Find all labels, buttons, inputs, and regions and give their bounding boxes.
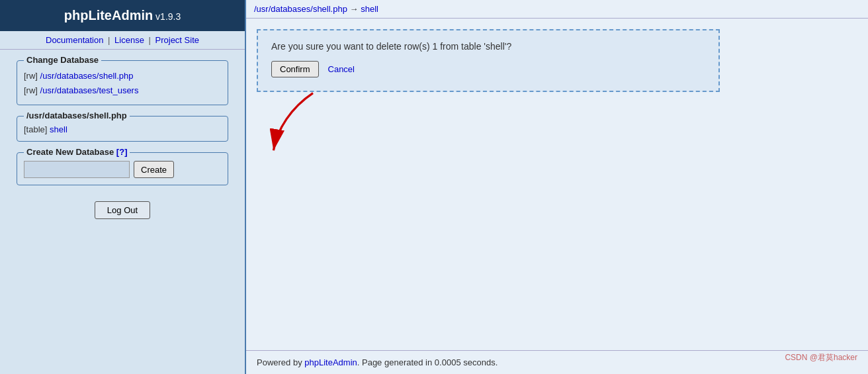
main-content: /usr/databases/shell.php → shell Are you… bbox=[245, 0, 868, 374]
sidebar: phpLiteAdmin v1.9.3 Documentation | Lice… bbox=[0, 0, 245, 374]
breadcrumb-table-link[interactable]: shell bbox=[361, 4, 378, 14]
change-db-legend: Change Database bbox=[24, 55, 101, 65]
confirm-button[interactable]: Confirm bbox=[271, 61, 319, 77]
logout-button[interactable]: Log Out bbox=[95, 201, 150, 219]
table-prefix: [table] bbox=[24, 124, 47, 134]
license-link[interactable]: License bbox=[114, 35, 144, 45]
db-entry-1-link[interactable]: /usr/databases/shell.php bbox=[40, 71, 134, 81]
content-area: Are you sure you want to delete row(s) 1… bbox=[246, 19, 868, 350]
powered-by-text: Powered by bbox=[257, 357, 304, 367]
db-list: [rw] /usr/databases/shell.php [rw] /usr/… bbox=[24, 69, 221, 98]
breadcrumb-arrow: → bbox=[347, 4, 361, 14]
change-database-panel: Change Database [rw] /usr/databases/shel… bbox=[17, 60, 228, 105]
current-db-legend: /usr/databases/shell.php bbox=[24, 111, 130, 120]
db-entry-2-prefix: [rw] bbox=[24, 85, 38, 95]
page-gen-text: . Page generated in 0.0005 seconds. bbox=[357, 357, 498, 367]
breadcrumb: /usr/databases/shell.php → shell bbox=[246, 0, 868, 19]
nav-links: Documentation | License | Project Site bbox=[0, 31, 245, 50]
shell-table-link[interactable]: shell bbox=[50, 124, 67, 134]
confirm-buttons: Confirm Cancel bbox=[271, 61, 705, 77]
create-db-label-text: Create New Database bbox=[26, 147, 114, 157]
documentation-link[interactable]: Documentation bbox=[46, 35, 103, 45]
create-db-row: Create bbox=[24, 161, 221, 178]
current-db-content: [table] shell bbox=[24, 124, 221, 134]
create-db-help[interactable]: [?] bbox=[116, 147, 128, 157]
logo-box: phpLiteAdmin v1.9.3 bbox=[0, 0, 245, 31]
create-db-button[interactable]: Create bbox=[134, 161, 174, 178]
db-entry-1: [rw] /usr/databases/shell.php bbox=[24, 69, 221, 83]
nav-sep-2: | bbox=[149, 35, 153, 45]
nav-sep-1: | bbox=[108, 35, 112, 45]
breadcrumb-db-link[interactable]: /usr/databases/shell.php bbox=[254, 4, 347, 14]
current-db-panel: /usr/databases/shell.php [table] shell bbox=[17, 116, 228, 142]
red-arrow-svg bbox=[270, 85, 356, 158]
create-db-panel: Create New Database [?] Create bbox=[17, 152, 228, 185]
phpliteadmin-link[interactable]: phpLiteAdmin bbox=[304, 357, 357, 367]
db-entry-2-link[interactable]: /usr/databases/test_users bbox=[40, 85, 139, 95]
confirm-dialog: Are you sure you want to delete row(s) 1… bbox=[257, 29, 720, 92]
cancel-link[interactable]: Cancel bbox=[328, 64, 355, 74]
db-entry-1-prefix: [rw] bbox=[24, 71, 38, 81]
confirm-message: Are you sure you want to delete row(s) 1… bbox=[271, 41, 705, 52]
create-db-legend: Create New Database [?] bbox=[24, 147, 130, 157]
logo-title: phpLiteAdmin v1.9.3 bbox=[64, 8, 181, 23]
db-entry-2: [rw] /usr/databases/test_users bbox=[24, 83, 221, 98]
create-db-input[interactable] bbox=[24, 161, 130, 178]
footer: Powered by phpLiteAdmin. Page generated … bbox=[246, 350, 868, 374]
project-site-link[interactable]: Project Site bbox=[155, 35, 199, 45]
